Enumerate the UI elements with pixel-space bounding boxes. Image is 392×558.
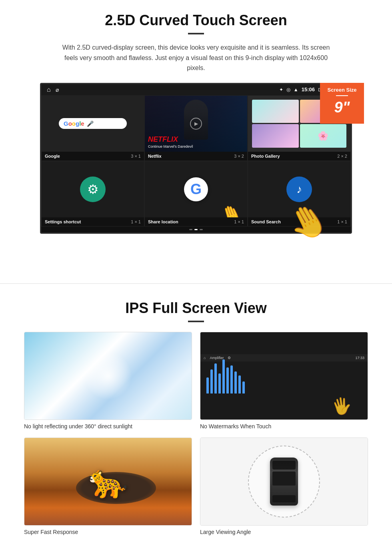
car-image xyxy=(200,438,368,526)
amp-bar-8 xyxy=(234,371,237,393)
sound-icon: ♪ xyxy=(286,177,312,202)
netflix-app-inner: ▶ NETFLIX Continue Marvel's Daredevil xyxy=(145,96,247,152)
curved-screen-section: 2.5D Curved Touch Screen With 2.5D curve… xyxy=(0,0,392,279)
maps-g-letter: G xyxy=(190,181,202,198)
sunlight-visual xyxy=(24,332,192,420)
bt-icon: ✦ xyxy=(279,87,283,92)
gallery-size: 2 × 2 xyxy=(337,154,347,159)
amp-settings-icon: ⚙ xyxy=(228,356,231,360)
sunlight-glare xyxy=(84,352,132,400)
amp-time: 17:33 xyxy=(355,356,364,360)
section1-divider xyxy=(188,33,204,34)
cheetah-visual: 🐆 xyxy=(24,438,192,525)
amplifier-image: ⌂ Amplifier ⚙ 17:33 xyxy=(200,332,368,420)
sound-label: Sound Search xyxy=(251,219,281,224)
share-label-row: Share location 1 × 1 xyxy=(145,217,247,226)
netflix-info-overlay: NETFLIX Continue Marvel's Daredevil xyxy=(145,96,247,152)
amplifier-visual: ⌂ Amplifier ⚙ 17:33 xyxy=(200,332,368,420)
google-label-row: Google 3 × 1 xyxy=(42,152,144,161)
touch-hand-icon: 🖐 xyxy=(330,395,353,417)
settings-app-cell[interactable]: ⚙ Settings shortcut 1 × 1 xyxy=(41,161,144,227)
status-bar: ⌂ ⌀ ✦ ◎ ▲ 15:06 ⊡ ◁) ⊠ ▭ xyxy=(41,84,351,95)
amp-bar-6 xyxy=(226,367,229,393)
google-app-cell[interactable]: Google 🎤 Google 3 × 1 xyxy=(41,95,144,161)
car-roof xyxy=(272,472,296,486)
gallery-thumb-1 xyxy=(252,100,299,123)
car-boundary-circle xyxy=(248,446,320,518)
wifi-icon: ▲ xyxy=(294,87,298,92)
amp-bar-10 xyxy=(242,381,245,393)
car-caption: Large Viewing Angle xyxy=(200,529,368,535)
amp-bar-1 xyxy=(206,377,209,393)
settings-label: Settings shortcut xyxy=(45,219,81,224)
gallery-label-row: Photo Gallery 2 × 2 xyxy=(248,152,350,161)
amp-equalizer xyxy=(200,361,368,397)
share-size: 1 × 1 xyxy=(234,219,244,224)
settings-icon: ⚙ xyxy=(80,177,106,202)
badge-label: Screen Size xyxy=(326,87,358,94)
gallery-thumb-4: 🌸 xyxy=(300,124,347,148)
car-windshield xyxy=(272,461,296,470)
sound-size: 1 × 1 xyxy=(337,219,347,224)
ips-grid: No light reflecting under 360° direct su… xyxy=(24,332,368,535)
share-app-inner: G 🤚 xyxy=(145,161,247,217)
screen-size-badge: Screen Size 9" xyxy=(320,83,364,124)
cheetah-emoji: 🐆 xyxy=(88,463,128,500)
location-icon: ◎ xyxy=(286,87,290,92)
amp-bar-4 xyxy=(218,373,221,393)
cheetah-caption: Super Fast Response xyxy=(24,529,192,535)
google-app-inner: Google 🎤 xyxy=(42,96,144,152)
cheetah-image: 🐆 xyxy=(24,438,192,526)
share-label: Share location xyxy=(148,219,178,224)
google-size: 3 × 1 xyxy=(131,154,141,159)
dot-2 xyxy=(194,229,198,230)
home-icon: ⌂ xyxy=(47,86,51,93)
amp-bar-9 xyxy=(238,375,241,393)
netflix-logo: NETFLIX xyxy=(148,135,178,144)
car-visual xyxy=(200,438,368,525)
amp-bar-7 xyxy=(230,365,233,393)
amp-header: ⌂ Amplifier ⚙ 17:33 xyxy=(200,354,368,361)
usb-icon: ⌀ xyxy=(56,86,59,93)
ips-section: IPS Full Screen View No light reflecting… xyxy=(0,288,392,547)
maps-icon-bg: G xyxy=(184,177,208,201)
netflix-subtitle: Continue Marvel's Daredevil xyxy=(148,145,193,149)
sunlight-item: No light reflecting under 360° direct su… xyxy=(24,332,192,430)
section1-title: 2.5D Curved Touch Screen xyxy=(24,12,368,29)
netflix-label-row: Netflix 3 × 2 xyxy=(145,152,247,161)
hand-decoration-wrapper: 🤚 xyxy=(40,235,352,267)
car-body xyxy=(270,458,298,506)
hand-icon: 🤚 xyxy=(217,203,246,217)
section2-title: IPS Full Screen View xyxy=(24,300,368,317)
section1-desc: With 2.5D curved-display screen, this de… xyxy=(56,42,336,73)
car-item: Large Viewing Angle xyxy=(200,438,368,535)
car-rear-window xyxy=(272,495,296,502)
dot-3 xyxy=(200,229,203,230)
section2-divider xyxy=(188,321,204,322)
gallery-label: Photo Gallery xyxy=(251,154,280,159)
amp-home-icon: ⌂ xyxy=(204,356,206,360)
google-logo-text: Google xyxy=(64,120,84,127)
google-label: Google xyxy=(45,154,60,159)
settings-size: 1 × 1 xyxy=(131,219,141,224)
amp-bar-5 xyxy=(222,359,225,393)
amp-title: Amplifier xyxy=(210,356,224,360)
amplifier-caption: No Watermarks When Touch xyxy=(200,423,368,430)
netflix-app-cell[interactable]: ▶ NETFLIX Continue Marvel's Daredevil Ne… xyxy=(144,95,248,161)
gallery-thumb-3 xyxy=(252,124,299,148)
netflix-label: Netflix xyxy=(148,154,162,159)
share-app-cell[interactable]: G 🤚 Share location 1 × 1 xyxy=(144,161,248,227)
google-mic-icon: 🎤 xyxy=(87,120,94,127)
badge-size: 9" xyxy=(326,98,358,117)
cheetah-item: 🐆 Super Fast Response xyxy=(24,438,192,535)
amp-bar-2 xyxy=(210,369,213,393)
amp-bar-3 xyxy=(214,363,217,393)
page-divider xyxy=(0,283,392,284)
status-left: ⌂ ⌀ xyxy=(47,86,59,93)
amplifier-item: ⌂ Amplifier ⚙ 17:33 xyxy=(200,332,368,430)
sunlight-image xyxy=(24,332,192,420)
google-search-bar[interactable]: Google 🎤 xyxy=(59,118,127,129)
settings-label-row: Settings shortcut 1 × 1 xyxy=(42,217,144,226)
dot-1 xyxy=(189,229,192,230)
netflix-size: 3 × 2 xyxy=(234,154,244,159)
